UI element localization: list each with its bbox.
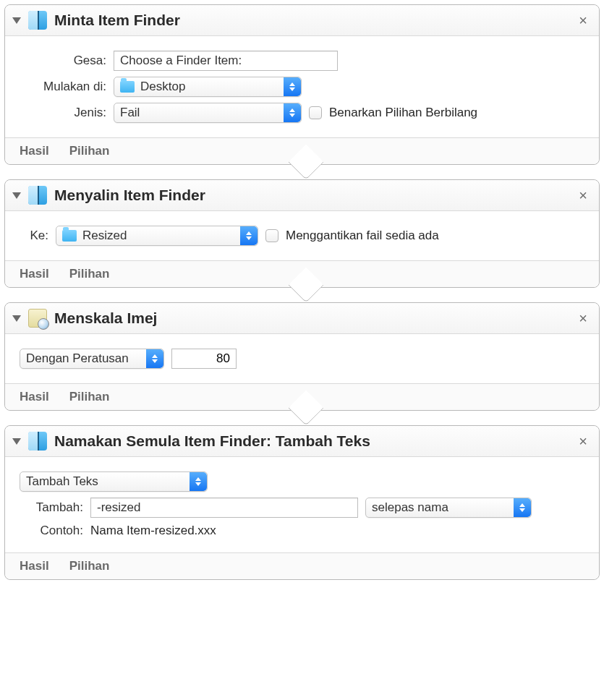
scale-mode-value: Dengan Peratusan <box>26 351 129 366</box>
allow-multiple-checkbox[interactable] <box>309 106 322 119</box>
chevron-updown-icon <box>284 77 301 96</box>
disclosure-triangle[interactable] <box>12 438 21 445</box>
connector-icon <box>4 164 600 180</box>
close-icon[interactable]: × <box>576 310 590 327</box>
card-header: Namakan Semula Item Finder: Tambah Teks … <box>5 426 599 457</box>
connector-icon <box>4 287 600 303</box>
destination-popup[interactable]: Resized <box>56 226 258 246</box>
type-popup[interactable]: Fail <box>114 103 302 123</box>
preview-icon <box>28 309 47 328</box>
action-copy-finder-items: Menyalin Item Finder × Ke: Resized Mengg… <box>4 179 600 288</box>
allow-multiple-label: Benarkan Pilihan Berbilang <box>329 106 477 120</box>
start-at-popup[interactable]: Desktop <box>114 77 302 97</box>
position-value: selepas nama <box>372 500 448 515</box>
disclosure-triangle[interactable] <box>12 192 21 199</box>
position-popup[interactable]: selepas nama <box>365 498 532 518</box>
finder-icon <box>28 11 47 30</box>
action-title: Minta Item Finder <box>54 12 576 29</box>
type-value: Fail <box>120 106 140 120</box>
disclosure-triangle[interactable] <box>12 17 21 24</box>
chevron-updown-icon <box>190 472 207 491</box>
prompt-input[interactable] <box>114 51 338 71</box>
chevron-updown-icon <box>284 103 301 122</box>
replace-existing-checkbox[interactable] <box>265 229 278 242</box>
card-header: Menyalin Item Finder × <box>5 180 599 211</box>
options-button[interactable]: Pilihan <box>69 144 110 158</box>
example-label: Contoh: <box>20 524 83 538</box>
options-button[interactable]: Pilihan <box>69 267 110 281</box>
add-label: Tambah: <box>20 500 83 515</box>
action-scale-images: Menskala Imej × Dengan Peratusan Hasil P… <box>4 302 600 411</box>
scale-mode-popup[interactable]: Dengan Peratusan <box>20 349 164 369</box>
destination-value: Resized <box>82 229 127 243</box>
close-icon[interactable]: × <box>576 187 590 204</box>
options-button[interactable]: Pilihan <box>69 559 110 573</box>
action-rename-finder-items: Namakan Semula Item Finder: Tambah Teks … <box>4 425 600 580</box>
start-at-value: Desktop <box>140 80 185 94</box>
card-header: Minta Item Finder × <box>5 5 599 36</box>
action-title: Menyalin Item Finder <box>54 187 576 204</box>
action-title: Menskala Imej <box>54 310 576 327</box>
chevron-updown-icon <box>514 498 531 517</box>
results-button[interactable]: Hasil <box>20 390 49 404</box>
folder-icon <box>62 230 77 242</box>
example-value: Nama Item-resized.xxx <box>90 524 216 538</box>
type-label: Jenis: <box>20 106 106 120</box>
chevron-updown-icon <box>240 226 258 245</box>
connector-icon <box>4 410 600 426</box>
percentage-input[interactable] <box>171 349 237 369</box>
results-button[interactable]: Hasil <box>20 144 49 158</box>
add-text-input[interactable] <box>90 498 358 518</box>
results-button[interactable]: Hasil <box>20 267 49 281</box>
replace-existing-label: Menggantikan fail sedia ada <box>286 229 439 243</box>
card-header: Menskala Imej × <box>5 303 599 334</box>
to-label: Ke: <box>20 229 48 243</box>
finder-icon <box>28 432 47 451</box>
rename-operation-popup[interactable]: Tambah Teks <box>20 471 208 492</box>
options-button[interactable]: Pilihan <box>69 390 110 404</box>
chevron-updown-icon <box>146 349 163 368</box>
action-title: Namakan Semula Item Finder: Tambah Teks <box>54 432 576 450</box>
prompt-label: Gesa: <box>20 54 106 68</box>
close-icon[interactable]: × <box>576 12 590 29</box>
start-at-label: Mulakan di: <box>20 80 106 94</box>
rename-operation-value: Tambah Teks <box>26 474 98 489</box>
folder-icon <box>120 81 135 93</box>
action-ask-finder-items: Minta Item Finder × Gesa: Mulakan di: De… <box>4 4 600 165</box>
disclosure-triangle[interactable] <box>12 315 21 322</box>
finder-icon <box>28 186 47 205</box>
results-button[interactable]: Hasil <box>20 559 49 573</box>
close-icon[interactable]: × <box>576 432 590 450</box>
